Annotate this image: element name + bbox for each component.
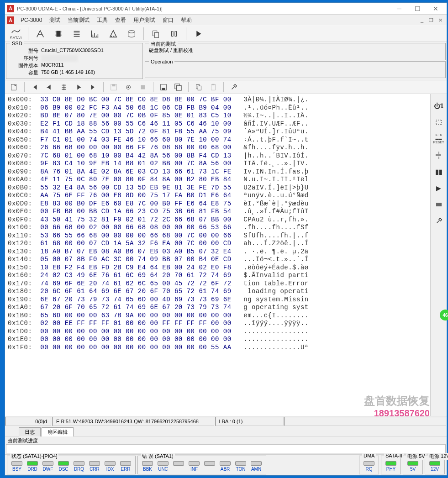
rtool-reset-icon[interactable]: 1←0▬▬RESET bbox=[432, 132, 445, 145]
model-label: 型号 bbox=[11, 47, 38, 54]
menu-help[interactable]: 帮助 bbox=[177, 16, 195, 25]
svg-point-1 bbox=[128, 31, 135, 33]
led-DRQ: DRQ bbox=[72, 461, 86, 472]
tool-btn-list[interactable] bbox=[69, 27, 84, 41]
main-toolbar: SATA1 bbox=[5, 26, 447, 42]
tool-btn-disk[interactable] bbox=[124, 27, 139, 41]
rtool-play-icon[interactable]: ▶ bbox=[432, 182, 445, 194]
menu-tools[interactable]: 工具 bbox=[93, 16, 111, 25]
hex-btn-prev[interactable] bbox=[43, 81, 56, 93]
error-legend: 错 误 (SATA1) bbox=[141, 453, 175, 460]
menu-app[interactable]: PC-3000 bbox=[17, 16, 46, 24]
titlebar: A PC-3000 UDMA-E - China - [Universal PC… bbox=[5, 3, 447, 15]
hex-btn-save[interactable] bbox=[107, 81, 120, 93]
tool-btn-triangle[interactable] bbox=[106, 27, 121, 41]
menu-test[interactable]: 测试 bbox=[46, 16, 64, 25]
rtool-pause-icon[interactable]: ▮▮ bbox=[432, 165, 445, 178]
svg-rect-3 bbox=[154, 32, 158, 37]
led-PHY: PHY bbox=[384, 461, 398, 472]
led-BSY: BSY bbox=[10, 461, 24, 472]
green-badge: 46 bbox=[440, 310, 448, 320]
menu-app-icon: A bbox=[7, 16, 14, 24]
firmware-label: 固件版本 bbox=[11, 62, 38, 69]
svg-rect-18 bbox=[436, 120, 442, 125]
hex-status-bar: 0(0)d E B:51-W:49203-DW:3499016243-QW:-8… bbox=[5, 416, 447, 426]
tool-btn-play[interactable] bbox=[191, 27, 206, 41]
hex-btn-saveall[interactable] bbox=[172, 81, 184, 93]
tool-btn-copy[interactable] bbox=[148, 27, 163, 41]
hex-btn-copy[interactable] bbox=[192, 81, 205, 93]
svg-rect-15 bbox=[198, 86, 201, 90]
led-DWF: DWF bbox=[41, 461, 55, 472]
hex-btn-first[interactable] bbox=[28, 81, 41, 93]
status-cell-values: E B:51-W:49203-DW:3499016243-QW:-8179662… bbox=[52, 417, 214, 426]
tool-btn-chart[interactable] bbox=[88, 27, 102, 41]
rtool-capacitor-icon[interactable] bbox=[432, 149, 445, 162]
tab-log[interactable]: 日志 bbox=[19, 427, 41, 436]
tool-btn-1[interactable] bbox=[33, 27, 47, 41]
close-button[interactable]: ✕ bbox=[427, 3, 445, 14]
mdi-restore-icon[interactable]: ❐ bbox=[427, 16, 435, 24]
svg-rect-4 bbox=[11, 84, 16, 90]
sata-label: SATA1 bbox=[10, 36, 22, 40]
led-UNC: UNC bbox=[156, 461, 170, 472]
dma-fieldset: DMA RQ bbox=[359, 456, 379, 474]
svg-rect-16 bbox=[211, 84, 216, 90]
led-CRR: CRR bbox=[88, 461, 101, 472]
hex-editor-area: 0x000: 33 C0 8E D0 BC 00 7C 8E C0 8E D8 … bbox=[5, 94, 447, 416]
menu-window[interactable]: 窗口 bbox=[159, 16, 177, 25]
led-ERR: ERR bbox=[119, 461, 132, 472]
operation-box: Operation bbox=[145, 61, 446, 79]
hex-btn-paste[interactable] bbox=[207, 81, 220, 93]
svg-rect-19 bbox=[436, 203, 442, 206]
mdi-minimize-icon[interactable]: _ bbox=[418, 16, 426, 24]
rtool-chip2-icon[interactable] bbox=[432, 198, 445, 211]
menu-user-test[interactable]: 用户测试 bbox=[130, 16, 159, 25]
progress-bar bbox=[6, 444, 446, 453]
led-IDX: IDX bbox=[103, 461, 117, 472]
led-RQ: RQ bbox=[362, 461, 376, 472]
svg-rect-9 bbox=[141, 85, 145, 89]
hex-btn-open[interactable] bbox=[8, 81, 21, 93]
svg-rect-17 bbox=[212, 84, 214, 85]
svg-rect-6 bbox=[112, 84, 115, 86]
rtool-chip-icon[interactable] bbox=[432, 116, 445, 129]
led-ABR: ABR bbox=[218, 461, 232, 472]
hex-view[interactable]: 0x000: 33 C0 8E D0 BC 00 7C 8E C0 8E D8 … bbox=[5, 94, 430, 416]
current-test-box: 当前的测试 硬盘测试 / 重新校准 bbox=[145, 43, 446, 60]
rtool-power-icon[interactable]: ⏻⇅ bbox=[432, 100, 445, 112]
serial-label: 序列号 bbox=[11, 55, 38, 62]
led-5V: 5V bbox=[406, 461, 420, 472]
capacity-value: 750 GB (1 465 149 168) bbox=[41, 69, 95, 76]
tool-btn-chip[interactable] bbox=[51, 27, 66, 41]
menu-current-test[interactable]: 当前测试 bbox=[64, 16, 93, 25]
progress-label: 当前测试进度 bbox=[5, 436, 447, 444]
rtool-wrench-icon[interactable] bbox=[432, 215, 445, 227]
status-cell-offset: 0(0)d bbox=[5, 417, 51, 426]
mdi-close-icon[interactable]: ✕ bbox=[436, 16, 444, 24]
hex-btn-goto[interactable] bbox=[58, 81, 70, 93]
hex-toolbar bbox=[5, 80, 447, 94]
hex-btn-gear[interactable] bbox=[122, 81, 135, 93]
tab-sector-edit[interactable]: 扇区编辑 bbox=[42, 427, 74, 436]
minimize-button[interactable]: ─ bbox=[390, 3, 408, 14]
hex-btn-tools[interactable] bbox=[227, 81, 240, 93]
hex-btn-stop[interactable] bbox=[137, 81, 149, 93]
svg-rect-0 bbox=[56, 31, 60, 37]
tool-btn-settings[interactable] bbox=[167, 27, 181, 41]
power12v-legend: 电源 12V bbox=[428, 453, 448, 460]
error-fieldset: 错 误 (SATA1) BBKUNCINFABRTONAMN bbox=[137, 456, 266, 474]
status-cell-empty bbox=[285, 417, 447, 426]
menu-view[interactable]: 查看 bbox=[111, 16, 130, 25]
hex-btn-last[interactable] bbox=[87, 81, 100, 93]
state-fieldset: 状态 (SATA1)-[PIO4] BSYDRDDWFDSCDRQCRRIDXE… bbox=[7, 456, 136, 474]
hex-btn-next[interactable] bbox=[72, 81, 85, 93]
hex-btn-savefile[interactable] bbox=[157, 81, 170, 93]
sata2-fieldset: SATA-II PHY bbox=[381, 456, 401, 474]
sata-port-button[interactable]: SATA1 bbox=[9, 27, 23, 41]
maximize-button[interactable]: ☐ bbox=[408, 3, 427, 14]
led-TON: TON bbox=[234, 461, 248, 472]
current-test-legend: 当前的测试 bbox=[149, 41, 178, 47]
info-panel: SSD 型号Crucial_CT750MX300SSD1 序列号 固件版本M0C… bbox=[5, 42, 447, 80]
led-DRD: DRD bbox=[26, 461, 39, 472]
